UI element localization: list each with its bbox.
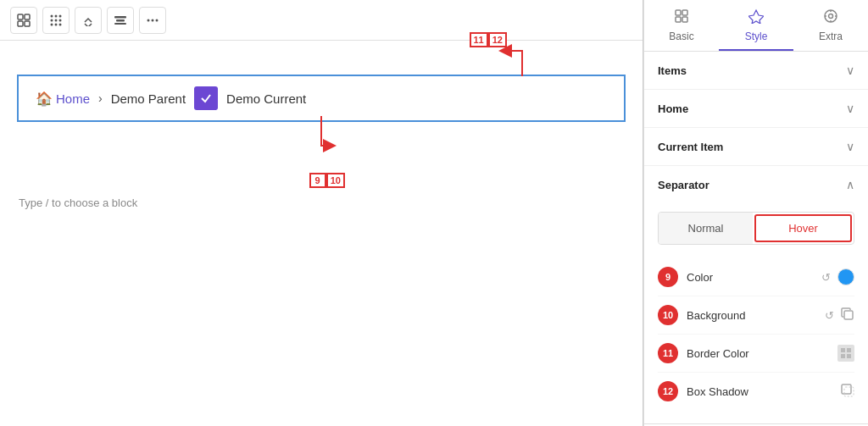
svg-point-9 <box>59 19 62 21</box>
prop-color-left: 9 Color <box>658 267 713 287</box>
canvas: 11 12 🏠 Home › <box>0 41 643 426</box>
annotation-top: 11 12 <box>470 32 508 47</box>
prop-badge-9: 9 <box>658 267 678 287</box>
toggle-hover-button[interactable]: Hover <box>754 214 852 242</box>
tab-bar: Basic Style Extra <box>644 0 868 52</box>
svg-rect-13 <box>114 16 126 19</box>
tab-style[interactable]: Style <box>719 0 793 51</box>
section-items[interactable]: Items ∨ <box>644 52 868 90</box>
type-hint: Type / to choose a block <box>17 196 626 209</box>
breadcrumb-home-label: Home <box>56 91 90 106</box>
breadcrumb-current-label: Demo Current <box>226 91 306 106</box>
svg-point-25 <box>825 10 837 22</box>
svg-rect-32 <box>841 348 845 352</box>
chevron-updown-button[interactable] <box>75 7 102 34</box>
tab-basic[interactable]: Basic <box>644 0 719 51</box>
background-reset-icon[interactable]: ↺ <box>825 309 834 322</box>
svg-point-18 <box>156 19 159 21</box>
color-picker-dot[interactable] <box>837 268 854 285</box>
breadcrumb-separator-1: › <box>98 91 103 105</box>
background-copy-icon[interactable] <box>841 307 854 324</box>
arrow-bottom <box>296 116 347 167</box>
svg-rect-21 <box>676 10 681 15</box>
svg-point-12 <box>59 23 62 25</box>
align-button[interactable] <box>107 7 134 34</box>
svg-point-17 <box>152 19 154 21</box>
prop-background-left: 10 Background <box>658 305 745 325</box>
svg-rect-36 <box>842 385 851 394</box>
prop-badge-12: 12 <box>658 381 678 401</box>
prop-box-shadow-left: 12 Box Shadow <box>658 381 748 401</box>
separator-header[interactable]: Separator ∧ <box>644 166 868 203</box>
prop-badge-10: 10 <box>658 305 678 325</box>
tab-extra[interactable]: Extra <box>793 0 868 51</box>
prop-border-color-right <box>837 345 854 362</box>
prop-border-color-row: 11 Border Color <box>658 335 854 373</box>
annotation-11: 11 <box>470 32 488 47</box>
border-color-grid-icon[interactable] <box>837 345 854 362</box>
prop-border-color-left: 11 Border Color <box>658 343 749 363</box>
prop-box-shadow-label: Box Shadow <box>687 385 748 398</box>
prop-background-right: ↺ <box>825 307 854 324</box>
prop-color-label: Color <box>687 271 713 284</box>
svg-point-7 <box>51 19 53 21</box>
prop-background-label: Background <box>687 309 745 322</box>
prop-box-shadow-right <box>841 384 854 400</box>
svg-rect-37 <box>844 387 854 396</box>
more-options-button[interactable] <box>139 7 166 34</box>
section-items-label: Items <box>658 64 687 77</box>
section-current-item[interactable]: Current Item ∨ <box>644 128 868 166</box>
grid-view-button[interactable] <box>10 7 37 34</box>
state-toggle-group: Normal Hover <box>658 212 854 245</box>
home-icon: 🏠 <box>36 91 53 107</box>
svg-point-11 <box>55 23 58 25</box>
items-chevron-icon: ∨ <box>846 64 854 77</box>
section-separator-label: Separator <box>658 179 709 191</box>
svg-rect-1 <box>25 14 30 19</box>
section-separator: Separator ∧ Normal Hover 9 Color ↺ <box>644 166 868 424</box>
prop-color-row: 9 Color ↺ <box>658 258 854 296</box>
prop-badge-11: 11 <box>658 343 678 363</box>
annotation-12: 12 <box>488 32 507 47</box>
svg-rect-22 <box>682 10 687 15</box>
breadcrumb-current-icon <box>194 86 218 110</box>
dots-button[interactable] <box>42 7 70 34</box>
svg-rect-2 <box>18 21 23 26</box>
separator-chevron-icon: ∧ <box>846 178 854 191</box>
annotation-10: 10 <box>326 173 345 188</box>
toolbar <box>0 0 643 41</box>
svg-point-5 <box>55 14 58 17</box>
breadcrumb-home-item[interactable]: 🏠 Home <box>36 91 90 107</box>
color-reset-icon[interactable]: ↺ <box>821 271 831 284</box>
svg-rect-14 <box>116 19 125 22</box>
section-home-label: Home <box>658 102 688 115</box>
current-item-chevron-icon: ∨ <box>846 140 854 153</box>
svg-point-10 <box>51 23 53 25</box>
svg-rect-34 <box>841 354 845 358</box>
tab-basic-label: Basic <box>669 30 693 42</box>
section-current-item-label: Current Item <box>658 141 723 153</box>
svg-point-8 <box>55 19 58 21</box>
svg-rect-35 <box>847 354 851 358</box>
svg-rect-3 <box>25 21 30 26</box>
prop-color-right: ↺ <box>821 268 854 285</box>
svg-point-4 <box>51 14 53 17</box>
svg-rect-24 <box>682 17 687 22</box>
toggle-normal-button[interactable]: Normal <box>659 213 753 244</box>
annotation-9: 9 <box>309 173 326 188</box>
section-home[interactable]: Home ∨ <box>644 90 868 128</box>
prop-box-shadow-row: 12 Box Shadow <box>658 373 854 410</box>
annotation-bottom: 9 10 <box>309 173 626 188</box>
svg-rect-33 <box>847 348 851 352</box>
svg-point-6 <box>59 14 62 17</box>
home-chevron-icon: ∨ <box>846 102 854 115</box>
svg-rect-23 <box>676 17 681 22</box>
basic-icon <box>674 8 689 27</box>
right-panel: Basic Style Extra <box>643 0 868 426</box>
tab-extra-label: Extra <box>819 30 843 42</box>
svg-rect-0 <box>18 14 23 19</box>
box-shadow-icon[interactable] <box>841 384 854 400</box>
svg-rect-15 <box>114 23 126 25</box>
svg-point-26 <box>829 14 833 19</box>
style-icon <box>748 8 764 27</box>
